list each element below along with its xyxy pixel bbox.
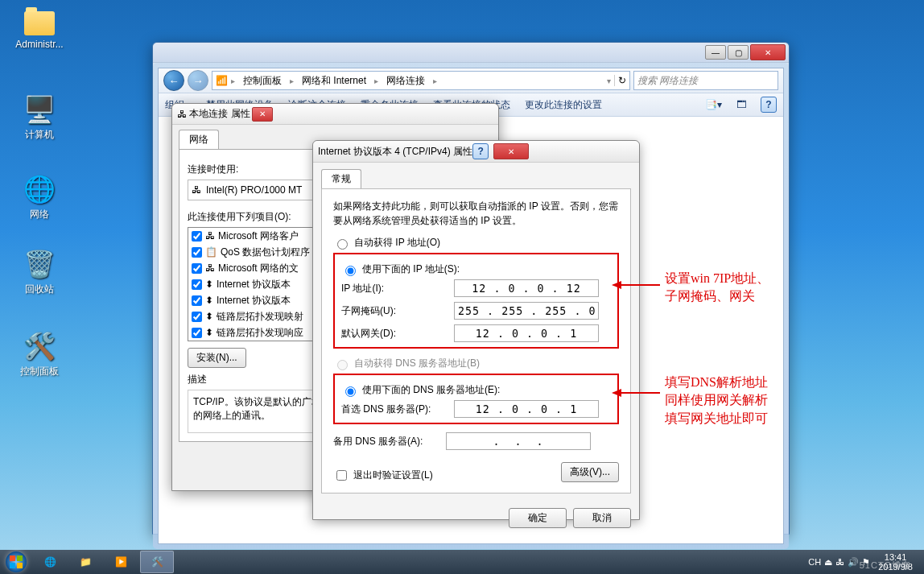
- svg-rect-5: [10, 555, 15, 561]
- advanced-button[interactable]: 高级(V)...: [561, 462, 619, 482]
- pref-dns-label: 首选 DNS 服务器(P):: [341, 403, 446, 416]
- tab-network[interactable]: 网络: [179, 130, 219, 149]
- preview-icon[interactable]: 🗔: [736, 99, 746, 110]
- svg-rect-8: [17, 563, 23, 568]
- tab-general[interactable]: 常规: [321, 169, 361, 188]
- maximize-button[interactable]: ▢: [728, 45, 749, 60]
- ipv4-hint-text: 如果网络支持此功能，则可以获取自动指派的 IP 设置。否则，您需要从网络系统管理…: [333, 199, 619, 228]
- nav-forward-button[interactable]: →: [188, 70, 208, 91]
- desktop-icon-network[interactable]: 🌐网络: [11, 173, 68, 221]
- ip-address-input[interactable]: [454, 279, 599, 297]
- desktop-icon-recycle[interactable]: 🗑️回收站: [11, 248, 68, 296]
- help-icon[interactable]: ?: [761, 97, 777, 113]
- search-input[interactable]: 搜索 网络连接: [633, 71, 778, 90]
- tray-icon[interactable]: 🔊: [848, 557, 859, 568]
- breadcrumb[interactable]: 📶 ▸ 控制面板▸ 网络和 Internet▸ 网络连接▸ ▾ ↻: [212, 71, 630, 90]
- watermark: 51CTO博客: [860, 560, 911, 572]
- folder-icon: 📶: [216, 75, 228, 86]
- arrow-icon: [612, 386, 660, 399]
- help-icon[interactable]: ?: [472, 143, 489, 159]
- nic-icon: 🖧: [192, 184, 201, 196]
- controlpanel-icon: 🛠️: [23, 330, 56, 362]
- tb-settings[interactable]: 更改此连接的设置: [525, 98, 602, 112]
- auto-ip-radio[interactable]: [337, 239, 348, 250]
- install-button[interactable]: 安装(N)...: [188, 348, 246, 368]
- close-button[interactable]: ✕: [252, 107, 273, 122]
- auto-dns-radio: [337, 360, 348, 370]
- adapter-icon: 🖧: [177, 109, 187, 120]
- task-explorer[interactable]: 📁: [69, 551, 101, 572]
- item-checkbox[interactable]: [192, 295, 202, 306]
- alt-dns-input[interactable]: [446, 432, 591, 450]
- breadcrumb-item[interactable]: 控制面板: [238, 74, 287, 88]
- desktop-icon-computer[interactable]: 🖥️计算机: [11, 93, 68, 142]
- task-ie[interactable]: 🌐: [34, 551, 66, 572]
- subnet-mask-input[interactable]: [454, 302, 599, 320]
- gateway-label: 默认网关(D):: [341, 327, 446, 341]
- svg-marker-3: [612, 389, 621, 397]
- svg-marker-1: [612, 281, 621, 289]
- breadcrumb-item[interactable]: 网络连接: [382, 74, 430, 88]
- lan-title: 本地连接 属性: [189, 107, 250, 121]
- recycle-icon: 🗑️: [23, 248, 56, 280]
- close-button[interactable]: ✕: [493, 143, 529, 159]
- lan-titlebar[interactable]: 🖧 本地连接 属性 ✕: [172, 104, 498, 125]
- ipv4-titlebar[interactable]: Internet 协议版本 4 (TCP/IPv4) 属性 ? ✕: [313, 141, 639, 163]
- chevron-down-icon[interactable]: ▾: [607, 76, 611, 85]
- task-media[interactable]: ▶️: [105, 551, 137, 572]
- view-icon[interactable]: 📑▾: [705, 99, 722, 110]
- network-icon: 🌐: [23, 173, 56, 205]
- item-checkbox[interactable]: [192, 231, 202, 242]
- tray-icon[interactable]: ⏏: [824, 557, 832, 568]
- nav-back-button[interactable]: ←: [163, 70, 184, 91]
- folder-icon: [24, 11, 55, 35]
- ipv4-properties-window: Internet 协议版本 4 (TCP/IPv4) 属性 ? ✕ 常规 如果网…: [312, 140, 640, 520]
- tray-icon[interactable]: 🖧: [835, 557, 844, 567]
- manual-dns-radio[interactable]: [345, 386, 356, 397]
- item-checkbox[interactable]: [192, 312, 202, 322]
- arrow-icon: [612, 279, 660, 291]
- mask-label: 子网掩码(U):: [341, 304, 446, 318]
- annotation-dns: 填写DNS解析地址 同样使用网关解析 填写网关地址即可: [665, 374, 768, 427]
- minimize-button[interactable]: —: [705, 45, 726, 60]
- validate-checkbox[interactable]: [336, 470, 347, 481]
- item-checkbox[interactable]: [192, 263, 202, 274]
- ipv4-title-text: Internet 协议版本 4 (TCP/IPv4) 属性: [318, 145, 472, 159]
- item-checkbox[interactable]: [192, 328, 202, 338]
- task-controlpanel[interactable]: 🛠️: [140, 551, 174, 573]
- computer-icon: 🖥️: [23, 93, 56, 126]
- alt-dns-label: 备用 DNS 服务器(A):: [333, 435, 438, 448]
- svg-rect-7: [10, 563, 15, 568]
- svg-rect-6: [17, 555, 23, 561]
- taskbar: 🌐 📁 ▶️ 🛠️ CH ⏏ 🖧 🔊 ⚑ 13:41 2019/9/8: [0, 550, 924, 574]
- ip-section-highlight: 使用下面的 IP 地址(S): IP 地址(I): 子网掩码(U): 默认网关(…: [333, 253, 619, 349]
- dns-section-highlight: 使用下面的 DNS 服务器地址(E): 首选 DNS 服务器(P):: [333, 374, 619, 424]
- cp-titlebar[interactable]: — ▢ ✕: [153, 43, 789, 63]
- ok-button[interactable]: 确定: [509, 508, 567, 528]
- pref-dns-input[interactable]: [454, 400, 599, 418]
- refresh-icon[interactable]: ↻: [614, 75, 626, 86]
- item-checkbox[interactable]: [192, 279, 202, 290]
- desktop-icon-controlpanel[interactable]: 🛠️控制面板: [11, 330, 68, 378]
- desktop-icon-administrator[interactable]: Administr...: [11, 11, 68, 50]
- ime-indicator[interactable]: CH: [808, 557, 821, 567]
- breadcrumb-item[interactable]: 网络和 Internet: [297, 74, 371, 88]
- item-checkbox[interactable]: [192, 247, 202, 258]
- annotation-ip: 设置win 7IP地址、 子网掩码、网关: [665, 270, 769, 306]
- close-button[interactable]: ✕: [750, 44, 786, 60]
- ip-label: IP 地址(I):: [341, 282, 446, 295]
- gateway-input[interactable]: [454, 324, 599, 342]
- start-button[interactable]: [0, 550, 32, 574]
- cancel-button[interactable]: 取消: [573, 508, 631, 528]
- svg-point-4: [6, 551, 27, 572]
- manual-ip-radio[interactable]: [345, 266, 356, 276]
